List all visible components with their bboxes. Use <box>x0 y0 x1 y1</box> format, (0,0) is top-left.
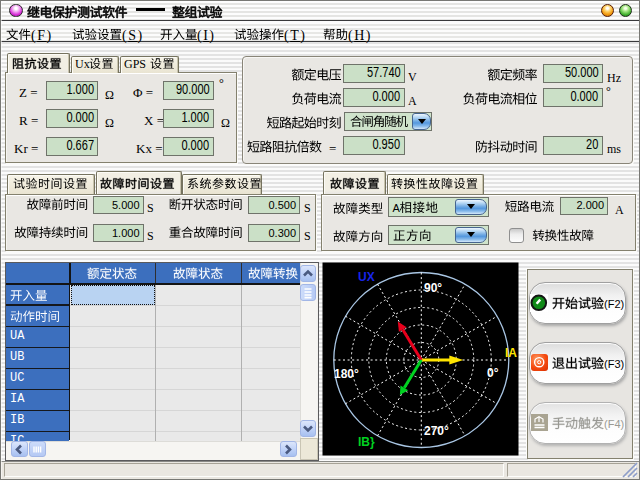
svg-text:90°: 90° <box>424 281 442 295</box>
svg-text:IA: IA <box>505 346 517 360</box>
svg-text:IB}: IB} <box>358 435 375 449</box>
svg-text:270°: 270° <box>424 424 449 438</box>
svg-text:UX: UX <box>358 270 375 284</box>
svg-text:180°: 180° <box>334 367 359 381</box>
svg-text:0°: 0° <box>487 366 499 380</box>
